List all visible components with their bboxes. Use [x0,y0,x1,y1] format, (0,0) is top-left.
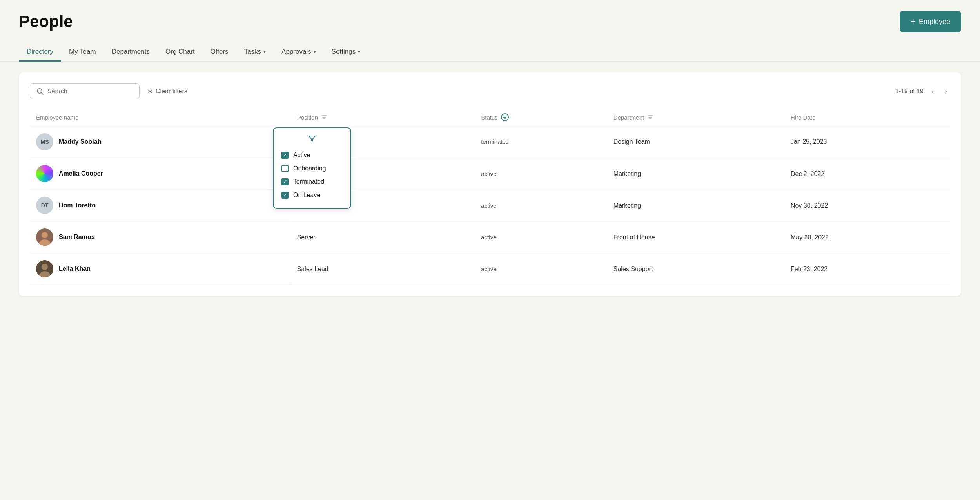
table-row[interactable]: Amelia Cooper Brand Designer active Mark… [30,158,950,190]
avatar-photo-male [36,260,53,277]
avatar-photo-female [36,228,53,246]
department-cell: Marketing [607,190,784,221]
hire-date-cell: Feb 23, 2022 [784,253,950,285]
approvals-chevron-icon: ▾ [314,49,316,54]
department-cell: Marketing [607,158,784,190]
filter-checkbox-on-leave[interactable] [281,192,289,199]
avatar [36,260,53,277]
col-header-department: Department [607,109,784,126]
status-cell: active [475,158,607,190]
table-row[interactable]: DT Dom Toretto Brand Designer active Mar… [30,190,950,221]
search-icon [36,88,44,95]
col-header-name: Employee name [30,109,291,126]
employee-name: Amelia Cooper [59,170,103,177]
clear-filters-label: Clear filters [156,88,187,95]
tasks-chevron-icon: ▾ [263,49,266,54]
pagination-next-button[interactable]: › [942,86,950,97]
tab-tasks[interactable]: Tasks ▾ [236,43,274,62]
filter-label-on-leave: On Leave [293,192,320,199]
status-filter-icon[interactable] [501,113,509,121]
svg-point-4 [42,232,48,238]
position-filter-icon[interactable] [321,114,327,120]
status-cell: active [475,253,607,285]
employee-table: Employee name Position Status [30,109,950,285]
filter-dropdown-header [281,134,343,143]
employee-name: Leila Khan [59,265,91,272]
search-input[interactable] [47,88,133,95]
table-row[interactable]: MS Maddy Soolah Brand Designer terminate… [30,126,950,158]
add-employee-button[interactable]: + Employee [900,11,961,32]
avatar: DT [36,197,53,214]
tab-directory[interactable]: Directory [19,43,61,62]
department-cell: Sales Support [607,253,784,285]
table-header: Employee name Position Status [30,109,950,126]
svg-line-1 [42,93,44,95]
filter-label-terminated: Terminated [293,178,324,185]
status-cell: terminated [475,126,607,158]
search-box[interactable] [30,83,140,99]
col-header-hire-date: Hire Date [784,109,950,126]
filter-option-active[interactable]: Active [281,149,343,162]
hire-date-cell: May 20, 2022 [784,221,950,253]
plus-icon: + [911,16,916,27]
pagination-text: 1-19 of 19 [895,88,924,95]
hire-date-cell: Nov 30, 2022 [784,190,950,221]
filter-option-onboarding[interactable]: Onboarding [281,162,343,175]
page-title: People [19,12,73,31]
col-header-position: Position [291,109,475,126]
page-header: People + Employee [0,0,980,32]
table-container: Employee name Position Status [30,109,950,285]
add-employee-label: Employee [919,18,950,26]
filter-option-terminated[interactable]: Terminated [281,175,343,188]
employee-name: Maddy Soolah [59,138,101,145]
avatar [36,165,53,182]
employee-name: Sam Ramos [59,234,95,241]
tab-offers[interactable]: Offers [203,43,236,62]
department-cell: Design Team [607,126,784,158]
filter-checkbox-terminated[interactable] [281,178,289,185]
tab-approvals[interactable]: Approvals ▾ [274,43,324,62]
main-content: ✕ Clear filters 1-19 of 19 ‹ › Employee … [19,72,961,296]
tab-settings[interactable]: Settings ▾ [324,43,368,62]
settings-chevron-icon: ▾ [358,49,360,54]
tab-departments[interactable]: Departments [104,43,158,62]
status-cell: active [475,221,607,253]
filter-checkbox-onboarding[interactable] [281,165,289,172]
employee-name: Dom Toretto [59,202,96,209]
department-filter-icon[interactable] [647,114,653,120]
tab-orgchart[interactable]: Org Chart [158,43,203,62]
filter-label-onboarding: Onboarding [293,165,326,172]
hire-date-cell: Dec 2, 2022 [784,158,950,190]
clear-filters-x-icon: ✕ [147,88,152,95]
table-row[interactable]: Leila Khan Sales Lead active Sales Suppo… [30,253,950,285]
filter-label-active: Active [293,152,310,159]
clear-filters-button[interactable]: ✕ Clear filters [147,88,187,95]
department-cell: Front of House [607,221,784,253]
svg-point-7 [42,264,48,270]
hire-date-cell: Jan 25, 2023 [784,126,950,158]
toolbar: ✕ Clear filters 1-19 of 19 ‹ › [30,83,950,99]
table-row[interactable]: Sam Ramos Server active Front of House M… [30,221,950,253]
nav-tabs: Directory My Team Departments Org Chart … [0,35,980,62]
status-cell: active [475,190,607,221]
avatar: MS [36,133,53,150]
col-header-status: Status [475,109,607,126]
toolbar-left: ✕ Clear filters [30,83,187,99]
pagination-info: 1-19 of 19 ‹ › [895,86,950,97]
position-cell: Server [291,221,475,253]
status-filter-dropdown: Active Onboarding Terminated On Leave [273,127,351,209]
filter-checkbox-active[interactable] [281,152,289,159]
filter-option-on-leave[interactable]: On Leave [281,188,343,202]
tab-myteam[interactable]: My Team [61,43,104,62]
filter-funnel-icon [308,134,316,143]
position-cell: Sales Lead [291,253,475,285]
pagination-prev-button[interactable]: ‹ [928,86,937,97]
avatar [36,228,53,246]
table-body: MS Maddy Soolah Brand Designer terminate… [30,126,950,285]
